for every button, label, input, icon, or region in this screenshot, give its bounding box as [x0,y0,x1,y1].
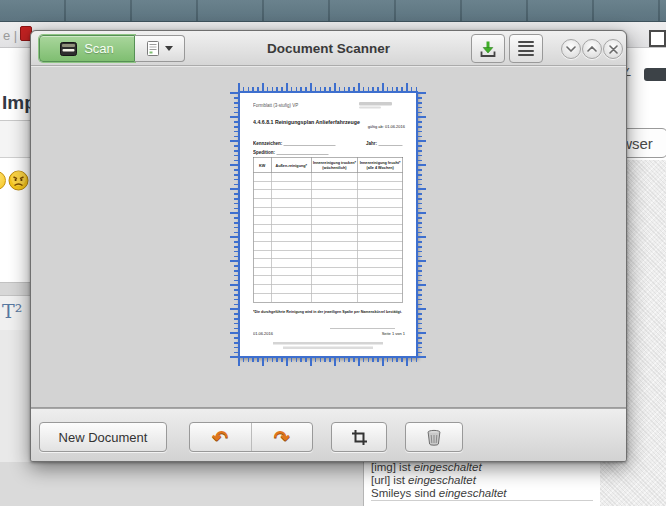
smiley-row [0,170,33,192]
partial-input-field [0,121,33,158]
new-document-button[interactable]: New Document [39,422,167,452]
signature-line [330,328,395,329]
chevron-down-icon [165,46,173,51]
scan-button-group: Scan [39,35,185,62]
table-row [254,259,403,268]
close-icon [609,45,618,54]
divider [371,500,593,501]
window-minimize-button[interactable] [561,39,581,59]
scan-button[interactable]: Scan [39,35,135,62]
form-footnote: *Die durchgeführte Reinigung wird in der… [253,309,402,314]
angry-smiley-icon[interactable] [8,170,29,191]
rotate-left-icon: ↶ [212,426,228,449]
window-close-button[interactable] [603,39,623,59]
browser-tab-bar [0,0,666,22]
table-row [254,173,403,182]
crop-button[interactable] [331,422,387,452]
form-document: Formblatt (3-stufig) VP 4.4.6.8.1 Reinig… [240,93,416,356]
column-header: KW [254,158,272,173]
scan-button-label: Scan [84,41,114,56]
table-row [254,242,403,251]
form-footer-page: Seite 1 von 1 [382,331,405,336]
forum-page-left-edge: Imp T² [0,48,33,462]
table-row [254,190,403,199]
hamburger-menu-icon [518,41,534,57]
company-wordmark [359,102,392,106]
divider-band [0,282,33,296]
company-wordmark [359,107,381,109]
field-label-kennzeichen: Kennzeichen: [253,141,336,146]
scan-ruler-ticks [230,91,239,358]
column-header: Innenreinigung trocken* (wöchentlich) [312,158,358,173]
table-row [254,268,403,277]
table-row [254,199,403,208]
form-footer-date: 01.06.2016 [253,331,273,336]
chevron-down-icon [566,46,576,52]
crop-icon [351,429,368,446]
window-maximize-button[interactable] [582,39,602,59]
rotate-right-icon: ↷ [274,426,290,449]
form-table-body [254,173,403,302]
checkbox[interactable] [649,30,666,47]
forum-status-line: Smileys sind eingeschaltet [371,487,507,499]
save-button[interactable] [471,34,505,63]
chevron-up-icon [587,46,597,52]
dark-button-partial[interactable] [644,68,666,81]
fine-print [273,342,383,345]
scan-options-dropdown[interactable] [135,35,185,62]
field-label-jahr: Jahr: [366,141,402,146]
page-lower-edge [0,330,33,462]
column-header: Innenreinigung feucht* (alle 4 Wochen) [358,158,403,173]
scan-ruler-ticks [238,83,418,92]
rotate-left-button[interactable]: ↶ [190,423,251,451]
document-scanner-window: Document Scanner Scan [30,30,627,462]
delete-button[interactable] [405,422,463,452]
bbcode-button-row: T² [0,296,33,330]
table-row [254,285,403,294]
bottom-toolbar: New Document ↶ ↷ [31,408,626,461]
scan-preview-area[interactable]: Formblatt (3-stufig) VP 4.4.6.8.1 Reinig… [31,66,626,408]
menu-button[interactable] [509,34,543,63]
smiley-icon[interactable] [0,171,6,190]
save-download-icon [478,39,498,59]
new-document-label: New Document [59,430,148,445]
table-header-row: KW Außen-reinigung* Innenreinigung trock… [254,158,403,174]
superscript-bbcode-button[interactable]: T² [2,300,22,322]
table-row [254,276,403,285]
column-header: Außen-reinigung* [271,158,311,173]
forum-status-line: [url] ist eingeschaltet [371,474,476,486]
scanned-page[interactable]: Formblatt (3-stufig) VP 4.4.6.8.1 Reinig… [238,91,418,358]
form-valid-from: gültig ab: 01.06.2016 [368,124,405,129]
page-icon [147,41,159,56]
table-row [254,207,403,216]
scan-ruler-ticks [417,91,426,358]
rotate-right-button[interactable]: ↷ [251,423,312,451]
table-row [254,216,403,225]
table-row [254,250,403,259]
fine-print [283,347,373,350]
table-row [254,225,403,234]
forum-status-line: [img] ist eingeschaltet [371,461,482,473]
scan-ruler-ticks [238,357,418,366]
table-row [254,233,403,242]
trash-icon [426,429,442,446]
browser-strip-text: e | [3,28,17,43]
table-row [254,293,403,302]
table-row [254,182,403,191]
titlebar[interactable]: Document Scanner Scan [31,31,626,66]
form-type-label: Formblatt (3-stufig) VP [253,103,298,108]
field-label-spedition: Spedition: [253,150,328,155]
form-title: 4.4.6.8.1 Reinigungsplan Anlieferfahrzeu… [253,119,360,125]
rotate-button-group: ↶ ↷ [189,422,313,452]
cleaning-schedule-table: KW Außen-reinigung* Innenreinigung trock… [253,157,403,302]
scanner-icon [60,42,77,56]
